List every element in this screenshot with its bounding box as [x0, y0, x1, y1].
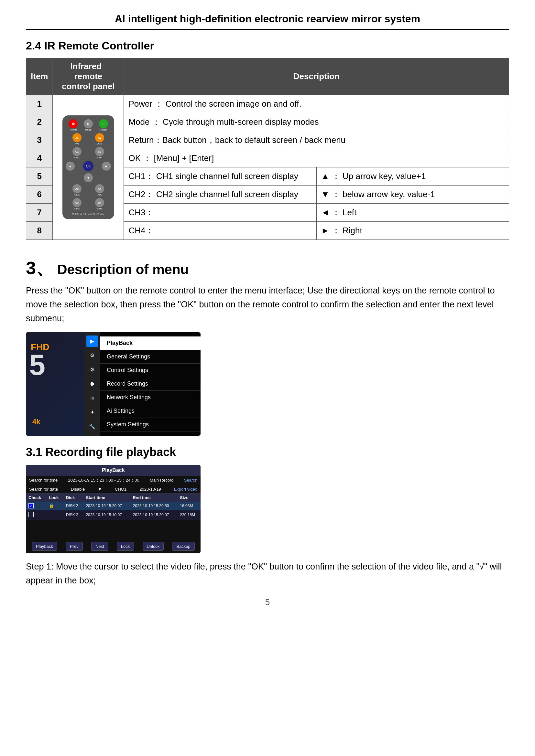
menu-icon-ai: ✦ [86, 407, 98, 418]
col-desc: Description [124, 58, 509, 95]
pb-search-time-value: 2023-10-19 15：23：00 - 15：24：00 [68, 477, 139, 483]
menu-icon-play: ▶ [86, 336, 98, 347]
pb-col-lock: Lock [46, 494, 63, 501]
menu-item-network[interactable]: Network Settings [100, 391, 201, 404]
menu-item-ai[interactable]: Ai Settings [100, 404, 201, 418]
menu-items-list: PlayBack General Settings Control Settin… [100, 332, 201, 436]
menu-icon-settings: ⚙ [86, 350, 98, 361]
table-row: 1 ⏻ Power M Mode ↩ Retur [26, 95, 509, 113]
pb-export-btn[interactable]: Export video [174, 487, 197, 492]
pb-ch-label: CHO1 [115, 487, 127, 492]
pb-unlock-btn[interactable]: Unlock [143, 542, 164, 551]
section31-heading: 3.1 Recording file playback [26, 446, 509, 459]
menu-icon-control: ⚙ [86, 364, 98, 376]
menu-icon-system: 🔧 [86, 421, 98, 432]
pb-lock-1: 🔒 [49, 503, 54, 508]
pb-search-btn[interactable]: Search [184, 478, 197, 483]
fourk-label: 4k [32, 418, 40, 426]
remote-control-image: ⏻ Power M Mode ↩ Return [53, 95, 124, 240]
pb-search-date-value: Disable [71, 487, 85, 492]
pb-checkbox-2 [28, 512, 34, 517]
menu-icon-network: ≋ [86, 392, 98, 404]
pb-prev-btn[interactable]: Prev [66, 542, 83, 551]
col-remote: Infrared remotecontrol panel [53, 58, 124, 95]
pb-search-date-row: Search for date Disable ▼ CHO1 2023-10-1… [26, 485, 201, 494]
pb-col-check: Check [26, 494, 46, 501]
section3-title: Description of menu [57, 262, 188, 277]
section31-title: Recording file playback [45, 446, 176, 459]
pb-search-type: Main Record [150, 478, 174, 483]
menu-item-record[interactable]: Record Settings [100, 377, 201, 391]
table-row: ✓ 🔒 DISK 2 2023-10-19 15:20:07 2023-10-1… [26, 501, 201, 510]
pb-search-time-row: Search for time 2023-10-19 15：23：00 - 15… [26, 476, 201, 485]
pb-down-arrow: ▼ [98, 487, 102, 492]
pb-next-btn[interactable]: Next [91, 542, 108, 551]
pb-col-start: Start time [83, 494, 130, 501]
col-item: Item [26, 58, 53, 95]
pb-col-size: Size [177, 494, 201, 501]
table-row: DISK 2 2023-10-19 15:10:07 2023-10-19 15… [26, 510, 201, 520]
pb-search-date-label: Search for date [29, 487, 58, 492]
pb-date-label: 2023-10-19 [139, 487, 161, 492]
playback-screenshot: PlayBack Search for time 2023-10-19 15：2… [26, 465, 201, 554]
menu-icon-record: ⏺ [86, 378, 98, 390]
pb-lock-btn[interactable]: Lock [117, 542, 134, 551]
pb-title: PlayBack [26, 465, 201, 476]
menu-screenshot: FHD 5 4k ▶ ⚙ ⚙ ⏺ ≋ ✦ 🔧 PlayBack General … [26, 332, 201, 436]
pb-search-time-label: Search for time [29, 478, 58, 483]
pb-playback-btn[interactable]: Playback [32, 542, 57, 551]
pb-checkbox-1: ✓ [28, 503, 34, 508]
menu-item-general[interactable]: General Settings [100, 350, 201, 364]
ir-table: Item Infrared remotecontrol panel Descri… [26, 58, 509, 240]
pb-backup-btn[interactable]: Backup [172, 542, 194, 551]
menu-item-playback[interactable]: PlayBack [100, 337, 201, 350]
menu-item-system[interactable]: System Settings [100, 418, 201, 431]
pb-col-end: End time [130, 494, 177, 501]
pb-footer: Playback Prev Next Lock Unlock Backup [26, 539, 201, 554]
section31-num: 3.1 [26, 446, 42, 459]
page-number: 5 [26, 597, 509, 607]
big-five-label: 5 [29, 348, 45, 382]
step1-text: Step 1: Move the cursor to select the vi… [26, 560, 509, 588]
pb-col-disk: Disk [63, 494, 83, 501]
section3-num: 3、 [26, 256, 54, 281]
menu-left-panel: FHD 5 4k [26, 332, 84, 436]
page-title: AI intelligent high-definition electroni… [26, 13, 509, 30]
section3-desc: Press the "OK" button on the remote cont… [26, 284, 509, 326]
section-24-heading: 2.4 IR Remote Controller [26, 40, 509, 52]
pb-table: Check Lock Disk Start time End time Size… [26, 494, 201, 520]
menu-icons-panel: ▶ ⚙ ⚙ ⏺ ≋ ✦ 🔧 [84, 332, 100, 436]
menu-item-control[interactable]: Control Settings [100, 364, 201, 377]
